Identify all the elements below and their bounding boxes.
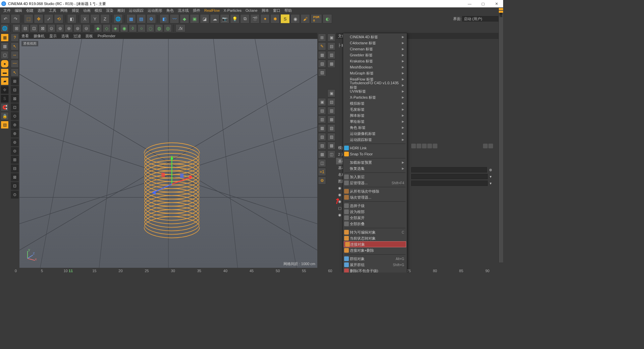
menu-4[interactable]: 工具 [47,8,58,13]
last-tool[interactable]: ◧ [67,14,76,23]
rt1-nav3[interactable]: ▦ [318,51,326,59]
menu-21[interactable]: 帮助 [282,8,294,13]
layout-select[interactable]: 启动 (用户) [462,16,502,21]
menu-15[interactable]: 插件 [191,8,202,13]
lt2-19[interactable]: ⊙ [11,191,19,199]
menu-16[interactable]: RealFlow [202,8,222,12]
lt2-13[interactable]: ⊜ [11,138,19,146]
vp-menu-4[interactable]: 过滤 [73,34,81,39]
menu-1[interactable]: 编辑 [13,8,24,13]
ctx-运动跟踪标签[interactable]: 运动跟踪标签▶ [343,137,407,143]
texture-mode[interactable]: ▩ [1,42,9,50]
ctx-MoGraph 标签[interactable]: MoGraph 标签▶ [343,70,407,76]
menu-2[interactable]: 创建 [24,8,36,13]
menu-11[interactable]: 运动跟踪 [127,8,146,13]
clapper-button[interactable]: 🎬 [250,14,260,23]
lt2-4[interactable]: 〰 [11,60,19,68]
menu-12[interactable]: 运动图形 [146,8,164,13]
gen-8[interactable]: ◍ [155,24,163,32]
rt1-nav2[interactable]: ✎ [318,42,326,50]
camera-button[interactable]: 📷 [220,14,229,23]
rt1-nav5[interactable]: ▨ [318,68,326,77]
ctx-连接对象+删除[interactable]: 连接对象+删除 [343,247,407,253]
lt2-18[interactable]: ⊡ [11,182,19,190]
ctx-展开群组[interactable]: 展开群组Shift+G [343,262,407,268]
ctx-层管理器...[interactable]: 层管理器...Shift+F4 [343,180,407,186]
sculpt-button[interactable]: 🖌 [301,14,310,23]
gen-2[interactable]: ◇ [103,24,111,32]
rt2-a[interactable]: ▣ [327,89,335,97]
gen-6[interactable]: ○ [138,24,146,32]
global-button[interactable]: 🌐 [1,24,9,32]
menu-19[interactable]: 脚本 [260,8,271,13]
ctx-脚本标签[interactable]: 脚本标签▶ [343,112,407,118]
vp-menu-2[interactable]: 显示 [49,34,57,39]
ai1[interactable] [411,144,416,148]
rt2-b[interactable]: ▤ [327,98,335,106]
ctx-CINEMA 4D 标签[interactable]: CINEMA 4D 标签▶ [343,34,407,40]
rt2-f[interactable]: ▨ [327,133,335,141]
rtab-2[interactable]: 属性 [499,11,503,13]
rt1-h[interactable]: ◫ [318,159,326,167]
coord-toggle[interactable]: 🌐 [113,14,123,23]
mograph-button[interactable]: ✦ [260,14,270,23]
ctx-C4doctane 标签[interactable]: C4doctane 标签▶ [343,40,407,46]
menu-10[interactable]: 雕刻 [115,8,127,13]
ctx-从所有场次中移除[interactable]: 从所有场次中移除 [343,188,407,194]
ctx-加入新层[interactable]: 加入新层 [343,174,407,180]
timeline-ruler[interactable]: 0510 1115202530354045505560657075808590 [0,268,503,272]
ctx-毛发标签[interactable]: 毛发标签▶ [343,106,407,112]
environment-button[interactable]: ☁ [210,14,219,23]
ai5[interactable] [433,144,437,148]
menu-7[interactable]: 动画 [81,8,93,13]
ctx-模拟标签[interactable]: 模拟标签▶ [343,100,407,106]
snap-5[interactable]: ⊙ [47,24,55,32]
lt2-6[interactable]: ⊞ [11,77,19,85]
lt2-12[interactable]: ⊛ [11,130,19,138]
ctx-转为可编辑对象[interactable]: 转为可编辑对象C [343,229,407,235]
rt1-i[interactable]: =1 [318,168,326,176]
rt1-a[interactable]: ▣ [318,98,326,106]
lt2-8[interactable]: ⊠ [11,95,19,103]
snap-1[interactable]: ⊞ [12,24,20,32]
menu-17[interactable]: X-Particles [222,8,244,12]
select-tool[interactable]: ⬚ [24,14,33,23]
rt2-g[interactable]: ▩ [327,142,335,150]
ai3[interactable] [422,144,427,148]
lt2-2[interactable]: ↖ [11,42,19,50]
lt2-3[interactable]: ↔ [11,51,19,59]
ctx-X-Particles 标签[interactable]: X-Particles 标签▶ [343,94,407,100]
ctx-加载标签预置[interactable]: 加载标签预置▶ [343,159,407,165]
snap-3[interactable]: ⊡ [30,24,38,32]
polygon-mode[interactable]: ▰ [1,77,9,85]
rtab-1[interactable]: 内容浏览器 [499,8,503,10]
rt1-d[interactable]: ▦ [318,124,326,132]
maximize-button[interactable]: ▢ [476,0,490,7]
render-view-button[interactable]: ▦ [126,14,136,23]
ctx-MeshBoolean[interactable]: MeshBoolean▶ [343,64,407,70]
rt1-g[interactable]: ▩ [318,150,326,158]
scale-tool[interactable]: ⤢ [44,14,53,23]
ctx-当前状态转对象[interactable]: 当前状态转对象 [343,235,407,241]
attr-name-field[interactable] [411,167,487,172]
rt2-3[interactable]: ▥ [327,51,335,59]
rt1-nav1[interactable]: ⊞ [318,34,326,42]
ctx-场次管理器...[interactable]: 场次管理器... [343,194,407,200]
ctx-恢复选集[interactable]: 恢复选集▶ [343,165,407,171]
rt2-e[interactable]: ▧ [327,124,335,132]
edge-mode[interactable]: ▬ [1,68,9,77]
rt1-b[interactable]: ▤ [318,107,326,115]
snap-4[interactable]: ⊠ [39,24,47,32]
model-mode[interactable]: ▦ [1,34,9,42]
ai4[interactable] [427,144,432,148]
ctx-HDRI Link[interactable]: HDRI Link [343,145,407,151]
ctx-草绘标签[interactable]: 草绘标签▶ [343,118,407,124]
menu-9[interactable]: 渲染 [104,8,115,13]
move-tool[interactable]: ✥ [34,14,43,23]
lt2-15[interactable]: ⊞ [11,156,19,164]
ctx-连接对象[interactable]: 连接对象 [344,241,406,247]
vp-menu-0[interactable]: 查看 [21,34,29,39]
gen-7[interactable]: ◌ [146,24,154,32]
lt2-1[interactable]: ? [11,34,19,42]
vp-menu-3[interactable]: 选项 [61,34,69,39]
